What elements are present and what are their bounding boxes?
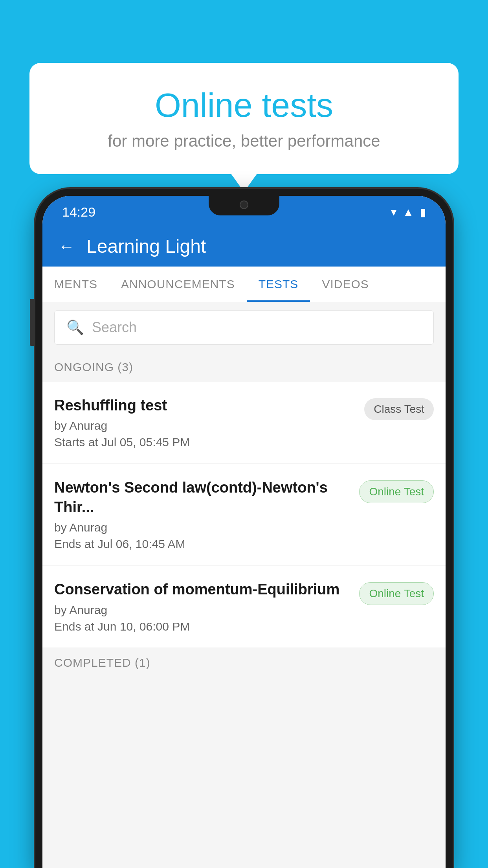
phone-screen: 14:29 ▾ ▲ ▮ ← Learning Light MENTS ANNOU… xyxy=(42,196,446,868)
phone-frame: 14:29 ▾ ▲ ▮ ← Learning Light MENTS ANNOU… xyxy=(35,189,453,868)
test-info-1: Reshuffling test by Anurag Starts at Jul… xyxy=(54,396,364,449)
tabs-bar: MENTS ANNOUNCEMENTS TESTS VIDEOS xyxy=(42,267,446,302)
test-card-3[interactable]: Conservation of momentum-Equilibrium by … xyxy=(42,566,446,647)
test-badge-2: Online Test xyxy=(359,480,434,503)
tab-tests[interactable]: TESTS xyxy=(247,267,310,302)
tab-ments[interactable]: MENTS xyxy=(42,267,109,302)
bubble-subtitle: for more practice, better performance xyxy=(57,132,431,151)
status-time: 14:29 xyxy=(62,204,95,220)
ongoing-title: ONGOING (3) xyxy=(54,360,133,373)
search-container: 🔍 Search xyxy=(42,302,446,353)
test-date-1: Starts at Jul 05, 05:45 PM xyxy=(54,436,356,449)
content-area[interactable]: ONGOING (3) Reshuffling test by Anurag S… xyxy=(42,353,446,868)
test-card-1[interactable]: Reshuffling test by Anurag Starts at Jul… xyxy=(42,382,446,463)
test-name-2: Newton's Second law(contd)-Newton's Thir… xyxy=(54,478,351,517)
test-name-3: Conservation of momentum-Equilibrium xyxy=(54,580,351,599)
test-badge-1: Class Test xyxy=(364,398,434,420)
test-author-2: by Anurag xyxy=(54,521,351,534)
tab-videos[interactable]: VIDEOS xyxy=(310,267,380,302)
bubble-title: Online tests xyxy=(57,86,431,124)
test-card-2[interactable]: Newton's Second law(contd)-Newton's Thir… xyxy=(42,464,446,565)
test-badge-3: Online Test xyxy=(359,582,434,605)
completed-section-header: COMPLETED (1) xyxy=(42,648,446,673)
test-author-3: by Anurag xyxy=(54,603,351,617)
search-placeholder: Search xyxy=(92,319,137,336)
test-info-2: Newton's Second law(contd)-Newton's Thir… xyxy=(54,478,359,551)
test-date-2: Ends at Jul 06, 10:45 AM xyxy=(54,537,351,551)
ongoing-section-header: ONGOING (3) xyxy=(42,353,446,382)
speech-bubble: Online tests for more practice, better p… xyxy=(29,63,459,174)
status-icons: ▾ ▲ ▮ xyxy=(391,206,426,219)
wifi-icon: ▾ xyxy=(391,206,396,219)
test-date-3: Ends at Jun 10, 06:00 PM xyxy=(54,620,351,633)
app-title: Learning Light xyxy=(86,235,206,257)
test-name-1: Reshuffling test xyxy=(54,396,356,415)
signal-icon: ▲ xyxy=(403,206,414,219)
battery-icon: ▮ xyxy=(420,206,426,219)
search-icon: 🔍 xyxy=(66,319,84,336)
completed-title: COMPLETED (1) xyxy=(54,656,150,669)
back-button[interactable]: ← xyxy=(58,237,75,256)
test-info-3: Conservation of momentum-Equilibrium by … xyxy=(54,580,359,633)
test-author-1: by Anurag xyxy=(54,419,356,432)
tab-announcements[interactable]: ANNOUNCEMENTS xyxy=(109,267,247,302)
app-header: ← Learning Light xyxy=(42,226,446,267)
search-bar[interactable]: 🔍 Search xyxy=(54,310,434,345)
speech-bubble-container: Online tests for more practice, better p… xyxy=(29,63,459,174)
front-camera xyxy=(240,200,248,209)
phone-notch xyxy=(209,196,279,215)
